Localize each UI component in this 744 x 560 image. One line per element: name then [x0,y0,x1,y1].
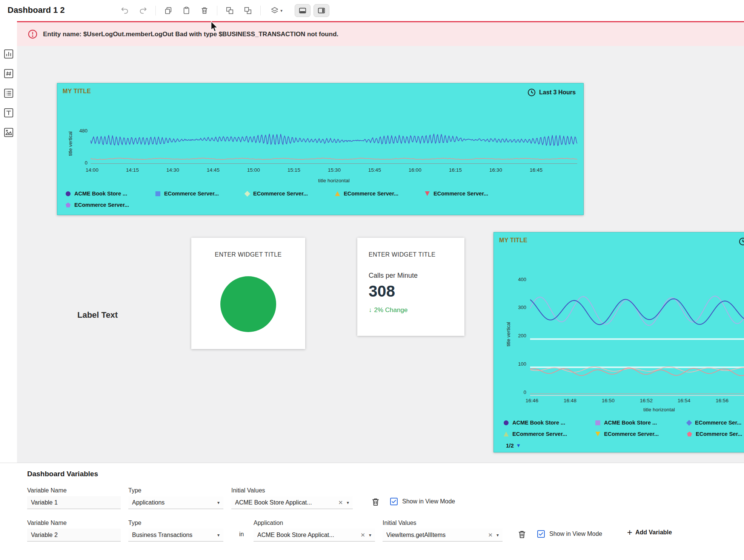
legend-item[interactable]: ACME Book Store ... [504,420,595,426]
palette-number-widget[interactable] [3,68,14,79]
palette-image-widget[interactable] [3,127,14,138]
initial-values-label: Initial Values [383,520,417,526]
dashboard-canvas[interactable]: MY TITLE Last 3 Hours title vertical 480… [17,46,744,463]
close-icon[interactable]: ✕ [360,532,365,538]
palette-chart-widget[interactable] [3,48,14,60]
legend-marker-square-icon [155,191,160,196]
metric-name: Calls per Minute [369,272,418,280]
show-in-view-mode-checkbox[interactable] [390,498,398,505]
close-icon[interactable]: ✕ [338,499,343,506]
selected-application: ACME Book Store Applicat... [257,532,357,538]
layers-button[interactable]: ▾ [267,5,286,16]
chevron-down-icon: ▾ [217,500,220,505]
bottom-panel-toggle-button[interactable] [295,4,311,17]
initial-values-select[interactable]: ViewItems.getAllItems ✕ ▾ [383,529,503,542]
variable-name-input[interactable] [27,529,121,542]
legend-item[interactable]: ECommerce Server... [504,431,595,437]
group-button[interactable] [224,5,235,16]
chevron-down-icon: ▾ [280,9,283,13]
x-axis-tick: 16:00 [409,167,421,173]
y-axis-tick: 0 [68,160,88,166]
close-icon[interactable]: ✕ [488,532,493,538]
timeseries-widget-main[interactable]: MY TITLE Last 3 Hours title vertical 480… [57,83,584,215]
timeseries-widget-right[interactable]: MY TITLE title vertical 4003002001000 16… [493,232,744,452]
error-icon [28,29,38,39]
legend-marker-pentagon-icon [66,203,71,208]
metric-widget[interactable]: ENTER WIDGET TITLE Calls per Minute 308 … [357,238,464,336]
legend-label: ECommerce Ser... [696,431,742,437]
legend-item[interactable]: ECommerce Server... [425,191,515,197]
right-panel-toggle-button[interactable] [314,4,329,17]
show-in-view-mode-checkbox[interactable] [537,530,545,538]
x-axis-ticks: 14:0014:1514:3014:4515:0015:1515:3015:45… [57,167,584,174]
clock-icon [738,237,744,246]
legend-label: ECommerce Ser... [695,420,741,426]
label-widget[interactable]: Label Text [77,310,118,320]
x-axis-tick: 15:15 [287,167,300,173]
legend-item[interactable]: ACME Book Store ... [66,191,155,197]
legend-label: ECommerce Server... [164,191,219,197]
type-select[interactable]: Business Transactions ▾ [128,529,223,542]
delete-button[interactable] [199,5,210,16]
chart-legend: ACME Book Store ...ECommerce Server...EC… [66,191,575,208]
application-label: Application [254,520,283,526]
chevron-down-icon: ▾ [369,532,371,538]
legend-item[interactable]: ECommerce Server... [335,191,425,197]
toolbar-separator [217,6,217,15]
application-select[interactable]: ACME Book Store Applicat... ✕ ▾ [254,529,375,542]
copy-button[interactable] [163,5,174,16]
line-chart [91,121,577,164]
x-axis-tick: 16:56 [716,398,729,403]
right-panel-icon [317,6,326,15]
show-in-view-mode-label: Show in View Mode [549,531,602,537]
legend-item[interactable]: ECommerce Ser... [687,420,744,426]
initial-values-label: Initial Values [231,487,265,494]
legend-item[interactable]: ECommerce Ser... [687,431,744,437]
initial-values-select[interactable]: ACME Book Store Applicat... ✕ ▾ [231,496,353,509]
legend-label: ECommerce Server... [512,431,567,437]
time-range[interactable] [738,237,744,246]
y-axis-tick: 100 [503,361,526,367]
check-icon [538,531,544,537]
type-label: Type [128,520,141,526]
palette-list-widget[interactable] [3,88,14,99]
pie-chart [220,276,276,332]
legend-marker-triangle-down-icon [595,432,600,437]
paste-button[interactable] [181,5,192,16]
trash-icon [200,6,209,15]
legend-item[interactable]: ECommerce Server... [595,431,687,437]
legend-item[interactable]: ACME Book Store ... [595,420,687,426]
redo-button[interactable] [137,5,149,16]
legend-item[interactable]: ECommerce Server... [155,191,245,197]
variable-name-input[interactable] [27,496,121,509]
type-select[interactable]: Applications ▾ [128,496,223,509]
ungroup-button[interactable] [242,5,254,16]
redo-icon [139,6,147,15]
legend-item[interactable]: ECommerce Server... [66,202,155,208]
selected-initial-value: ACME Book Store Applicat... [235,499,335,506]
pie-widget[interactable]: ENTER WIDGET TITLE [191,238,305,349]
x-axis-tick: 16:48 [564,398,576,403]
legend-marker-diamond-icon [686,420,692,426]
panel-title: Dashboard Variables [27,470,98,478]
legend-item[interactable]: ECommerce Server... [245,191,335,197]
legend-label: ACME Book Store ... [74,191,127,197]
bar-chart-icon [3,49,14,59]
variable-name-label: Variable Name [27,520,67,526]
time-range[interactable]: Last 3 Hours [527,88,576,97]
legend-marker-triangle-down-icon [425,191,430,196]
undo-button[interactable] [119,5,131,16]
x-axis-tick: 16:52 [640,398,653,403]
delete-variable-button[interactable] [370,496,381,508]
palette-text-widget[interactable] [3,107,14,118]
legend-label: ACME Book Store ... [512,420,565,426]
x-axis-tick: 16:45 [530,167,543,173]
delete-variable-button[interactable] [516,529,527,540]
clock-icon [527,88,536,97]
x-axis-ticks: 16:4616:4816:5016:5216:5416:56 [494,398,744,405]
x-axis-tick: 14:45 [207,167,220,173]
chevron-down-icon: ▾ [217,532,220,538]
add-variable-button[interactable]: + Add Variable [627,528,672,537]
y-axis-tick: 400 [503,277,526,282]
legend-pagination[interactable]: 1/2 ▼ [506,442,521,449]
